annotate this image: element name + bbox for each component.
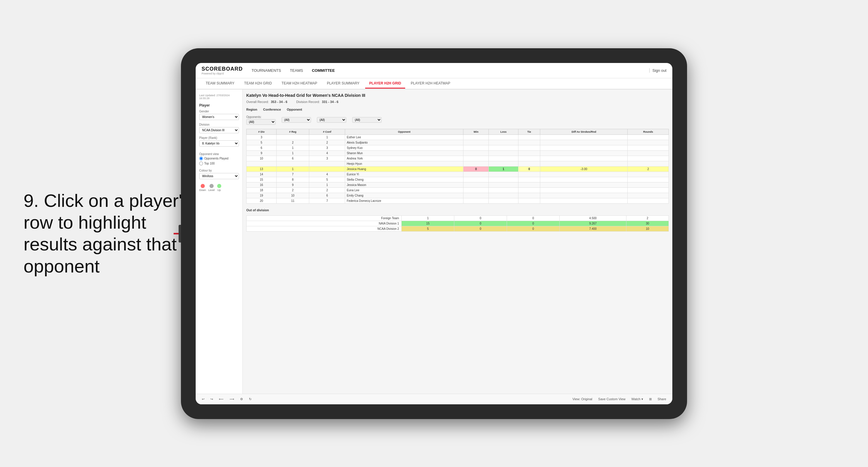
sign-out-link[interactable]: Sign out xyxy=(652,68,666,73)
table-row[interactable]: 1822Euna Lee xyxy=(247,187,669,193)
dot-level-group: Level xyxy=(208,184,215,192)
table-row[interactable]: 1691Jessica Mason xyxy=(247,182,669,187)
out-table-body: Foreign Team1004.5002NAIA Division 11500… xyxy=(247,215,669,231)
out-of-division-header: Out of division xyxy=(246,208,669,212)
table-row[interactable]: 613Sydney Kuo xyxy=(247,145,669,150)
col-opponent: Opponent xyxy=(345,129,463,134)
nav-item-teams[interactable]: TEAMS xyxy=(290,67,303,74)
tablet-frame: SCOREBOARD Powered by clipp'd TOURNAMENT… xyxy=(181,48,687,419)
nav-item-tournaments[interactable]: TOURNAMENTS xyxy=(252,67,281,74)
undo-btn[interactable]: ↩ xyxy=(200,396,206,402)
opponent-filter-select[interactable]: (All) xyxy=(352,117,382,123)
col-loss: Loss xyxy=(489,129,518,134)
logo-text: SCOREBOARD xyxy=(202,66,243,72)
col-div: # Div xyxy=(247,129,277,134)
table-row[interactable]: 1585Stella Cheng xyxy=(247,177,669,182)
division-label: Division xyxy=(199,123,239,126)
sub-nav-team-summary[interactable]: TEAM SUMMARY xyxy=(202,79,239,89)
col-conf: # Conf xyxy=(309,129,345,134)
out-table-row[interactable]: Foreign Team1004.5002 xyxy=(247,215,669,221)
h2h-table: # Div # Reg # Conf Opponent Win Loss Tie… xyxy=(246,129,669,204)
sub-nav-player-h2h-grid[interactable]: PLAYER H2H GRID xyxy=(365,79,405,89)
player-section-title: Player xyxy=(199,103,239,107)
zoom-btn[interactable]: ⊞ xyxy=(647,396,653,402)
col-tie: Tie xyxy=(518,129,540,134)
division-record-label: Division Record: 331 - 34 - 6 xyxy=(296,100,338,103)
region-filter-select[interactable]: (All) xyxy=(282,117,311,123)
annotation-text: 9. Click on a player's row to highlight … xyxy=(24,190,194,278)
table-row[interactable]: Heejo Hyun xyxy=(247,161,669,166)
opponent-view-title: Opponent view xyxy=(199,152,239,156)
step-description: Click on a player's row to highlight res… xyxy=(24,190,191,276)
player-rank-label: Player (Rank) xyxy=(199,136,239,139)
sub-nav-team-h2h-grid[interactable]: TEAM H2H GRID xyxy=(240,79,276,89)
colour-by-select[interactable]: Win/loss xyxy=(199,173,239,179)
redo-btn[interactable]: ↪ xyxy=(209,396,215,402)
dot-down-group: Down xyxy=(199,184,206,192)
table-header-row: # Div # Reg # Conf Opponent Win Loss Tie… xyxy=(247,129,669,134)
table-row[interactable]: 914Sharon Mun xyxy=(247,150,669,156)
opponents-filter-select[interactable]: (All) xyxy=(246,119,276,125)
bottom-toolbar: ↩ ↪ ⟵ ⟶ ⚙ ↻ View: Original Save Custom V… xyxy=(196,394,672,404)
radio-opponents-played[interactable]: Opponents Played xyxy=(199,157,239,160)
timestamp: Last Updated: 27/03/2024 16:55:28 xyxy=(199,94,239,100)
colour-section: Colour by Win/loss Down Level xyxy=(199,169,239,192)
sub-nav-player-h2h-heatmap[interactable]: PLAYER H2H HEATMAP xyxy=(407,79,454,89)
out-table-row[interactable]: NCAA Division 25007.40010 xyxy=(247,226,669,231)
sub-nav: TEAM SUMMARY TEAM H2H GRID TEAM H2H HEAT… xyxy=(196,78,672,89)
watch-btn[interactable]: Watch ▾ xyxy=(630,396,645,402)
dot-down xyxy=(201,184,205,188)
table-body: 31Esther Lee522Alexis Sudjianto613Sydney… xyxy=(247,134,669,203)
opponents-filter-label: Opponents: xyxy=(246,115,276,119)
table-row[interactable]: 131Jessica Huang010-3.002 xyxy=(247,166,669,172)
grid-area: Katelyn Vo Head-to-Head Grid for Women's… xyxy=(243,89,672,394)
filter-region: Region xyxy=(246,108,257,111)
table-row[interactable]: 1063Andrea York xyxy=(247,156,669,161)
sub-nav-team-h2h-heatmap[interactable]: TEAM H2H HEATMAP xyxy=(277,79,321,89)
dot-level-label: Level xyxy=(208,189,215,192)
tablet-screen: SCOREBOARD Powered by clipp'd TOURNAMENT… xyxy=(196,63,672,404)
nav-items: TOURNAMENTS TEAMS COMMITTEE xyxy=(252,67,649,74)
division-select[interactable]: NCAA Division III xyxy=(199,127,239,133)
step-fwd-btn[interactable]: ⟶ xyxy=(228,396,236,402)
share-btn[interactable]: Share xyxy=(656,396,668,402)
grid-title: Katelyn Vo Head-to-Head Grid for Women's… xyxy=(246,93,669,98)
out-table-row[interactable]: NAIA Division 115009.26730 xyxy=(247,221,669,226)
colour-dots: Down Level Up xyxy=(199,184,239,192)
logo-area: SCOREBOARD Powered by clipp'd xyxy=(202,66,243,75)
sub-nav-player-summary[interactable]: PLAYER SUMMARY xyxy=(323,79,364,89)
table-row[interactable]: 1474Eunice Yi xyxy=(247,172,669,177)
dot-level xyxy=(210,184,214,188)
conference-filter-select[interactable]: (All) xyxy=(317,117,346,123)
overall-record-label: Overall Record: 353 - 34 - 6 xyxy=(246,100,287,103)
view-original-btn[interactable]: View: Original xyxy=(570,396,594,402)
nav-item-committee[interactable]: COMMITTEE xyxy=(312,67,335,74)
left-panel: Last Updated: 27/03/2024 16:55:28 Player… xyxy=(196,89,243,394)
dot-up-label: Up xyxy=(217,189,221,192)
refresh-btn[interactable]: ↻ xyxy=(247,396,253,402)
step-number: 9. xyxy=(24,190,39,211)
filter-conference: Conference xyxy=(263,108,281,111)
step-text: 9. Click on a player's row to highlight … xyxy=(24,190,194,278)
dot-down-label: Down xyxy=(199,189,206,192)
table-row[interactable]: 20117Federica Domecq Lacroze xyxy=(247,198,669,203)
logo-sub: Powered by clipp'd xyxy=(202,72,243,75)
top-nav: SCOREBOARD Powered by clipp'd TOURNAMENT… xyxy=(196,63,672,78)
player-rank-select[interactable]: 8. Katelyn Vo xyxy=(199,141,239,147)
col-diff: Diff Av Strokes/Rnd xyxy=(540,129,628,134)
opponent-view: Opponent view Opponents Played Top 100 xyxy=(199,152,239,165)
gender-label: Gender xyxy=(199,110,239,113)
gender-select[interactable]: Women's xyxy=(199,114,239,120)
table-row[interactable]: 19106Emily Chang xyxy=(247,193,669,198)
radio-top100[interactable]: Top 100 xyxy=(199,161,239,165)
step-back-btn[interactable]: ⟵ xyxy=(217,396,225,402)
dot-up xyxy=(217,184,221,188)
settings-btn[interactable]: ⚙ xyxy=(238,396,245,402)
dot-up-group: Up xyxy=(217,184,221,192)
out-of-division-table: Foreign Team1004.5002NAIA Division 11500… xyxy=(246,215,669,231)
col-rounds: Rounds xyxy=(628,129,669,134)
table-row[interactable]: 522Alexis Sudjianto xyxy=(247,140,669,145)
colour-by-label: Colour by xyxy=(199,169,239,172)
table-row[interactable]: 31Esther Lee xyxy=(247,134,669,140)
save-custom-btn[interactable]: Save Custom View xyxy=(596,396,627,402)
